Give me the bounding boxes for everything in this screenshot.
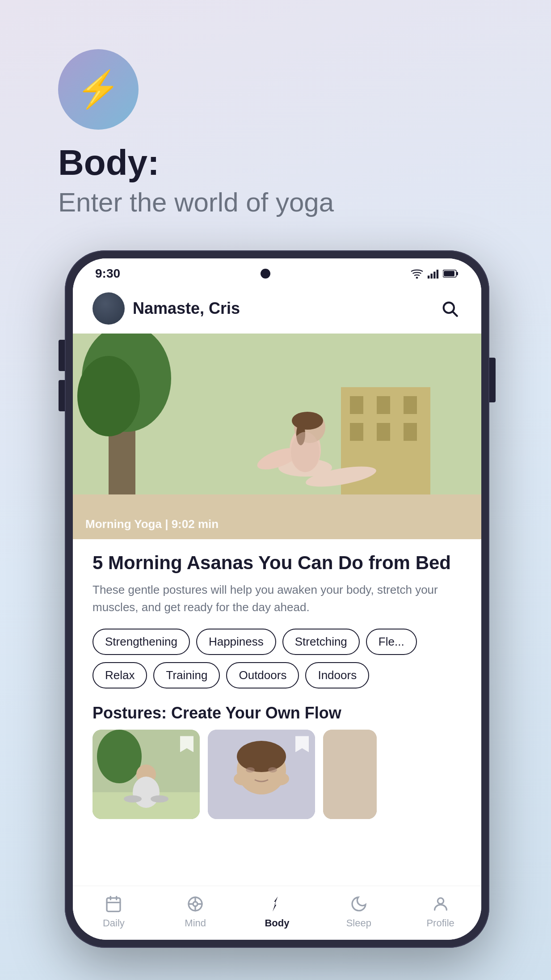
- tag-flexibility[interactable]: Fle...: [366, 629, 417, 655]
- nav-daily-label: Daily: [103, 917, 125, 929]
- svg-point-31: [97, 730, 142, 783]
- search-button[interactable]: [437, 296, 462, 321]
- sleep-icon: [349, 894, 369, 914]
- nav-body[interactable]: Body: [255, 894, 299, 929]
- svg-point-35: [124, 795, 142, 803]
- tags-row-2: Relax Training Outdoors Indoors: [73, 662, 481, 689]
- article-description: These gentle postures will help you awak…: [93, 581, 462, 616]
- svg-rect-16: [377, 396, 390, 414]
- svg-rect-18: [350, 423, 363, 441]
- svg-point-25: [292, 412, 323, 430]
- avatar: [93, 292, 125, 325]
- phone-frame: 9:30: [65, 250, 489, 948]
- svg-rect-2: [430, 274, 432, 279]
- svg-point-43: [269, 772, 289, 786]
- tag-happiness[interactable]: Happiness: [196, 629, 276, 655]
- svg-point-39: [237, 741, 286, 772]
- tags-row-1: Strengthening Happiness Stretching Fle..…: [73, 629, 481, 655]
- svg-rect-17: [404, 396, 417, 414]
- logo-circle: ⚡: [58, 49, 139, 130]
- battery-icon: [443, 269, 459, 279]
- body-icon: [267, 894, 287, 914]
- svg-rect-21: [73, 494, 481, 539]
- scroll-content: Morning Yoga | 9:02 min 5 Morning Asanas…: [73, 334, 481, 886]
- app-header: Namaste, Cris: [73, 285, 481, 334]
- svg-point-13: [77, 356, 140, 436]
- tag-outdoors[interactable]: Outdoors: [226, 662, 299, 689]
- article-section: 5 Morning Asanas You Can Do from Bed The…: [73, 539, 481, 629]
- tag-relax[interactable]: Relax: [93, 662, 147, 689]
- mind-icon: [185, 894, 205, 914]
- profile-icon: [431, 894, 450, 914]
- daily-icon: [104, 894, 123, 914]
- phone-screen: 9:30: [73, 258, 481, 940]
- svg-rect-6: [456, 272, 458, 275]
- svg-point-36: [151, 795, 168, 803]
- svg-rect-19: [377, 423, 390, 441]
- nav-mind[interactable]: Mind: [173, 894, 218, 929]
- nav-sleep-label: Sleep: [346, 917, 371, 929]
- card-1[interactable]: [93, 730, 200, 819]
- svg-rect-45: [107, 898, 120, 912]
- tag-training[interactable]: Training: [153, 662, 220, 689]
- svg-rect-3: [433, 272, 435, 279]
- bolt-icon: ⚡: [76, 68, 121, 110]
- nav-daily[interactable]: Daily: [91, 894, 136, 929]
- svg-point-29: [291, 432, 320, 472]
- svg-point-41: [268, 767, 277, 773]
- power-button: [489, 358, 496, 402]
- page-subtitle: Enter the world of yoga: [58, 187, 334, 218]
- svg-point-0: [416, 277, 418, 279]
- card-3[interactable]: [323, 730, 377, 819]
- wifi-icon: [411, 269, 423, 279]
- svg-rect-7: [444, 271, 454, 276]
- bottom-nav: Daily Mind: [73, 886, 481, 940]
- svg-point-42: [234, 772, 253, 786]
- svg-rect-44: [323, 730, 377, 819]
- status-time: 9:30: [95, 266, 120, 281]
- svg-rect-20: [404, 423, 417, 441]
- svg-point-55: [437, 898, 443, 904]
- svg-rect-1: [428, 275, 429, 279]
- tag-stretching[interactable]: Stretching: [282, 629, 360, 655]
- tag-indoors[interactable]: Indoors: [305, 662, 369, 689]
- signal-icon: [427, 269, 439, 279]
- hero-label: Morning Yoga | 9:02 min: [85, 517, 219, 531]
- nav-sleep[interactable]: Sleep: [336, 894, 381, 929]
- svg-rect-15: [350, 396, 363, 414]
- hero-image: Morning Yoga | 9:02 min: [73, 334, 481, 539]
- front-camera: [261, 269, 270, 279]
- nav-body-label: Body: [265, 917, 289, 929]
- status-icons: [411, 269, 459, 279]
- svg-point-40: [246, 767, 255, 773]
- cards-row: [73, 730, 481, 819]
- nav-profile[interactable]: Profile: [418, 894, 463, 929]
- card-2[interactable]: [208, 730, 315, 819]
- article-title: 5 Morning Asanas You Can Do from Bed: [93, 552, 462, 574]
- svg-rect-4: [437, 270, 438, 279]
- section-title: Postures: Create Your Own Flow: [73, 696, 481, 730]
- nav-profile-label: Profile: [426, 917, 454, 929]
- page-title: Body:: [58, 143, 334, 182]
- volume-up-button: [59, 340, 65, 371]
- status-bar: 9:30: [73, 258, 481, 285]
- volume-down-button: [59, 380, 65, 411]
- user-greeting: Namaste, Cris: [133, 299, 240, 318]
- svg-point-34: [133, 777, 160, 808]
- user-info: Namaste, Cris: [93, 292, 240, 325]
- tag-strengthening[interactable]: Strengthening: [93, 629, 190, 655]
- svg-line-9: [453, 312, 457, 316]
- page-header: ⚡ Body: Enter the world of yoga: [58, 49, 334, 218]
- nav-mind-label: Mind: [185, 917, 206, 929]
